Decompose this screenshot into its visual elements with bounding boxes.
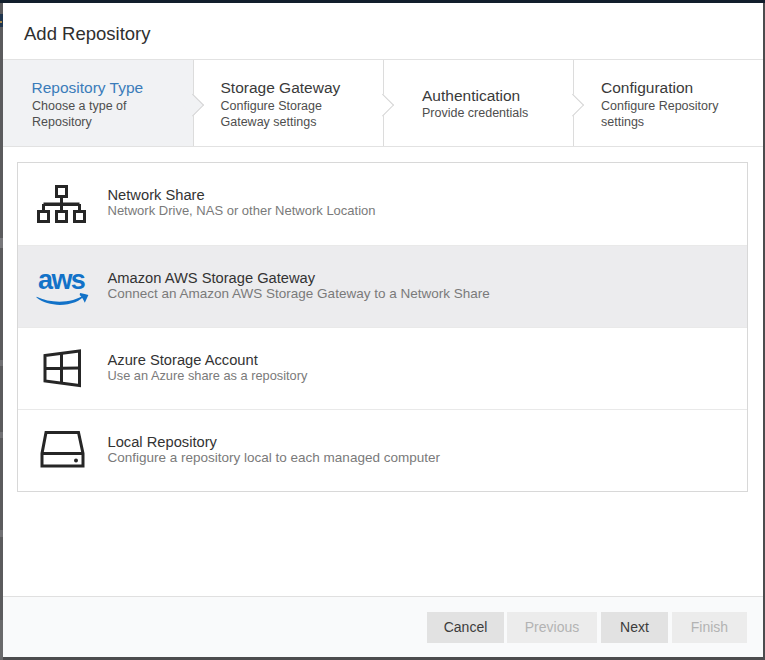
svg-text:aws: aws [38, 265, 85, 295]
